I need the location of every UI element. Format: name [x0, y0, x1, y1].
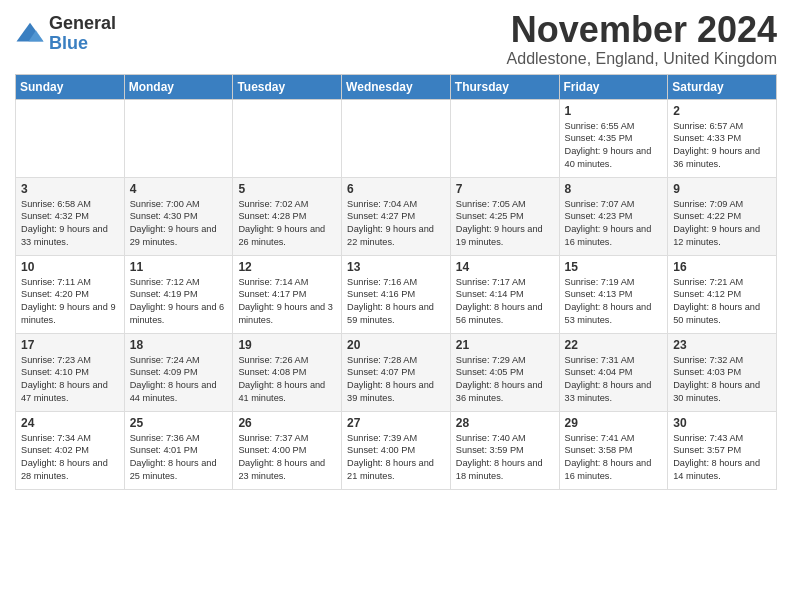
calendar-cell: 7Sunrise: 7:05 AM Sunset: 4:25 PM Daylig…	[450, 177, 559, 255]
day-info: Sunrise: 7:29 AM Sunset: 4:05 PM Dayligh…	[456, 354, 554, 406]
day-number: 9	[673, 182, 771, 196]
header-tuesday: Tuesday	[233, 74, 342, 99]
day-number: 3	[21, 182, 119, 196]
day-number: 24	[21, 416, 119, 430]
title-area: November 2024 Addlestone, England, Unite…	[507, 10, 777, 68]
calendar-cell: 18Sunrise: 7:24 AM Sunset: 4:09 PM Dayli…	[124, 333, 233, 411]
day-info: Sunrise: 7:19 AM Sunset: 4:13 PM Dayligh…	[565, 276, 663, 328]
calendar-cell: 14Sunrise: 7:17 AM Sunset: 4:14 PM Dayli…	[450, 255, 559, 333]
calendar-cell: 22Sunrise: 7:31 AM Sunset: 4:04 PM Dayli…	[559, 333, 668, 411]
day-info: Sunrise: 6:57 AM Sunset: 4:33 PM Dayligh…	[673, 120, 771, 172]
calendar-cell: 21Sunrise: 7:29 AM Sunset: 4:05 PM Dayli…	[450, 333, 559, 411]
day-info: Sunrise: 7:31 AM Sunset: 4:04 PM Dayligh…	[565, 354, 663, 406]
day-info: Sunrise: 7:28 AM Sunset: 4:07 PM Dayligh…	[347, 354, 445, 406]
calendar-cell: 30Sunrise: 7:43 AM Sunset: 3:57 PM Dayli…	[668, 411, 777, 489]
day-number: 13	[347, 260, 445, 274]
calendar-cell: 6Sunrise: 7:04 AM Sunset: 4:27 PM Daylig…	[342, 177, 451, 255]
calendar-cell: 26Sunrise: 7:37 AM Sunset: 4:00 PM Dayli…	[233, 411, 342, 489]
logo-general-text: General	[49, 14, 116, 34]
day-info: Sunrise: 7:37 AM Sunset: 4:00 PM Dayligh…	[238, 432, 336, 484]
day-info: Sunrise: 7:05 AM Sunset: 4:25 PM Dayligh…	[456, 198, 554, 250]
calendar-cell	[16, 99, 125, 177]
day-info: Sunrise: 7:07 AM Sunset: 4:23 PM Dayligh…	[565, 198, 663, 250]
day-number: 17	[21, 338, 119, 352]
calendar-cell: 3Sunrise: 6:58 AM Sunset: 4:32 PM Daylig…	[16, 177, 125, 255]
logo-blue-text: Blue	[49, 34, 116, 54]
header-friday: Friday	[559, 74, 668, 99]
day-number: 21	[456, 338, 554, 352]
day-number: 11	[130, 260, 228, 274]
calendar-week-row: 17Sunrise: 7:23 AM Sunset: 4:10 PM Dayli…	[16, 333, 777, 411]
day-number: 2	[673, 104, 771, 118]
day-info: Sunrise: 7:41 AM Sunset: 3:58 PM Dayligh…	[565, 432, 663, 484]
day-number: 8	[565, 182, 663, 196]
day-info: Sunrise: 7:34 AM Sunset: 4:02 PM Dayligh…	[21, 432, 119, 484]
day-info: Sunrise: 7:23 AM Sunset: 4:10 PM Dayligh…	[21, 354, 119, 406]
calendar-cell: 28Sunrise: 7:40 AM Sunset: 3:59 PM Dayli…	[450, 411, 559, 489]
calendar-cell: 9Sunrise: 7:09 AM Sunset: 4:22 PM Daylig…	[668, 177, 777, 255]
day-info: Sunrise: 7:09 AM Sunset: 4:22 PM Dayligh…	[673, 198, 771, 250]
header-monday: Monday	[124, 74, 233, 99]
day-number: 20	[347, 338, 445, 352]
calendar-cell	[233, 99, 342, 177]
day-number: 7	[456, 182, 554, 196]
day-number: 5	[238, 182, 336, 196]
day-info: Sunrise: 7:21 AM Sunset: 4:12 PM Dayligh…	[673, 276, 771, 328]
day-info: Sunrise: 7:43 AM Sunset: 3:57 PM Dayligh…	[673, 432, 771, 484]
calendar-cell	[342, 99, 451, 177]
day-number: 25	[130, 416, 228, 430]
day-info: Sunrise: 6:55 AM Sunset: 4:35 PM Dayligh…	[565, 120, 663, 172]
day-number: 16	[673, 260, 771, 274]
calendar-cell: 4Sunrise: 7:00 AM Sunset: 4:30 PM Daylig…	[124, 177, 233, 255]
calendar-cell: 23Sunrise: 7:32 AM Sunset: 4:03 PM Dayli…	[668, 333, 777, 411]
header-sunday: Sunday	[16, 74, 125, 99]
header-wednesday: Wednesday	[342, 74, 451, 99]
day-info: Sunrise: 7:00 AM Sunset: 4:30 PM Dayligh…	[130, 198, 228, 250]
day-number: 12	[238, 260, 336, 274]
day-info: Sunrise: 7:26 AM Sunset: 4:08 PM Dayligh…	[238, 354, 336, 406]
calendar-cell: 20Sunrise: 7:28 AM Sunset: 4:07 PM Dayli…	[342, 333, 451, 411]
day-number: 1	[565, 104, 663, 118]
day-number: 28	[456, 416, 554, 430]
calendar-cell: 2Sunrise: 6:57 AM Sunset: 4:33 PM Daylig…	[668, 99, 777, 177]
page-header: General Blue November 2024 Addlestone, E…	[15, 10, 777, 68]
calendar-cell: 12Sunrise: 7:14 AM Sunset: 4:17 PM Dayli…	[233, 255, 342, 333]
calendar-cell: 19Sunrise: 7:26 AM Sunset: 4:08 PM Dayli…	[233, 333, 342, 411]
calendar-table: SundayMondayTuesdayWednesdayThursdayFrid…	[15, 74, 777, 490]
day-number: 30	[673, 416, 771, 430]
calendar-week-row: 1Sunrise: 6:55 AM Sunset: 4:35 PM Daylig…	[16, 99, 777, 177]
calendar-cell: 24Sunrise: 7:34 AM Sunset: 4:02 PM Dayli…	[16, 411, 125, 489]
day-info: Sunrise: 7:32 AM Sunset: 4:03 PM Dayligh…	[673, 354, 771, 406]
calendar-cell: 25Sunrise: 7:36 AM Sunset: 4:01 PM Dayli…	[124, 411, 233, 489]
calendar-cell	[450, 99, 559, 177]
calendar-cell: 27Sunrise: 7:39 AM Sunset: 4:00 PM Dayli…	[342, 411, 451, 489]
calendar-cell: 13Sunrise: 7:16 AM Sunset: 4:16 PM Dayli…	[342, 255, 451, 333]
day-info: Sunrise: 7:12 AM Sunset: 4:19 PM Dayligh…	[130, 276, 228, 328]
day-number: 22	[565, 338, 663, 352]
day-number: 10	[21, 260, 119, 274]
day-number: 4	[130, 182, 228, 196]
day-number: 27	[347, 416, 445, 430]
calendar-week-row: 3Sunrise: 6:58 AM Sunset: 4:32 PM Daylig…	[16, 177, 777, 255]
day-info: Sunrise: 7:36 AM Sunset: 4:01 PM Dayligh…	[130, 432, 228, 484]
calendar-week-row: 24Sunrise: 7:34 AM Sunset: 4:02 PM Dayli…	[16, 411, 777, 489]
calendar-cell: 16Sunrise: 7:21 AM Sunset: 4:12 PM Dayli…	[668, 255, 777, 333]
calendar-cell	[124, 99, 233, 177]
logo-icon	[15, 19, 45, 49]
day-info: Sunrise: 7:16 AM Sunset: 4:16 PM Dayligh…	[347, 276, 445, 328]
day-info: Sunrise: 7:40 AM Sunset: 3:59 PM Dayligh…	[456, 432, 554, 484]
day-number: 14	[456, 260, 554, 274]
calendar-cell: 10Sunrise: 7:11 AM Sunset: 4:20 PM Dayli…	[16, 255, 125, 333]
logo: General Blue	[15, 14, 116, 54]
day-number: 15	[565, 260, 663, 274]
day-info: Sunrise: 7:02 AM Sunset: 4:28 PM Dayligh…	[238, 198, 336, 250]
day-info: Sunrise: 7:14 AM Sunset: 4:17 PM Dayligh…	[238, 276, 336, 328]
day-number: 26	[238, 416, 336, 430]
day-info: Sunrise: 7:04 AM Sunset: 4:27 PM Dayligh…	[347, 198, 445, 250]
location-title: Addlestone, England, United Kingdom	[507, 50, 777, 68]
day-info: Sunrise: 7:17 AM Sunset: 4:14 PM Dayligh…	[456, 276, 554, 328]
day-number: 18	[130, 338, 228, 352]
day-info: Sunrise: 7:39 AM Sunset: 4:00 PM Dayligh…	[347, 432, 445, 484]
day-number: 6	[347, 182, 445, 196]
calendar-cell: 29Sunrise: 7:41 AM Sunset: 3:58 PM Dayli…	[559, 411, 668, 489]
